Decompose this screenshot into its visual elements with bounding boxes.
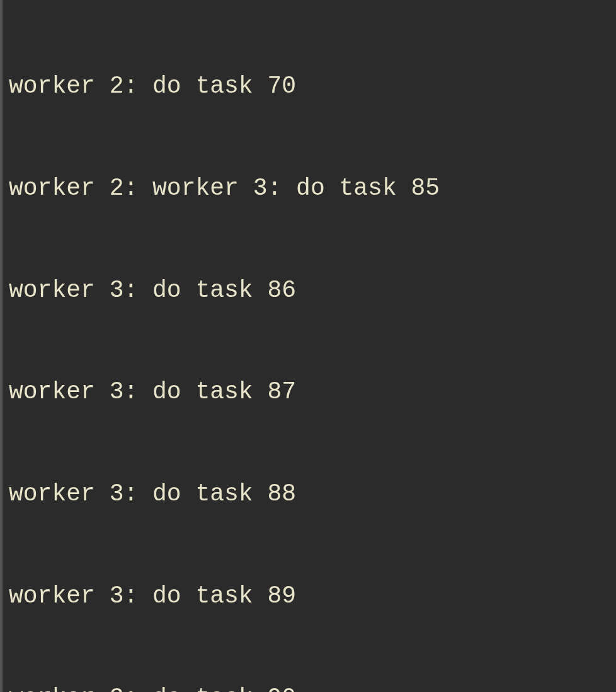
log-line: worker 2: worker 3: do task 85 [9,171,616,205]
log-line: worker 3: do task 86 [9,274,616,308]
terminal-output[interactable]: worker 2: do task 70 worker 2: worker 3:… [9,1,616,692]
log-line: worker 3: do task 89 [9,579,616,613]
log-line: worker 3: do task 88 [9,477,616,511]
log-line: worker 2: do task 70 [9,69,616,103]
log-line: worker 3: do task 87 [9,375,616,409]
log-line: worker 3: do task 90 [9,681,616,692]
